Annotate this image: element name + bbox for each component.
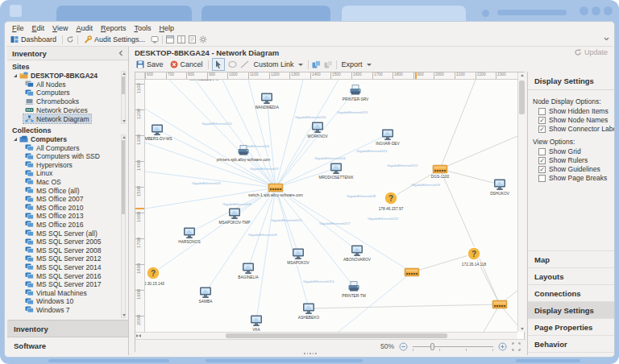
checkbox-checked-icon[interactable]: ✓: [538, 117, 546, 124]
sidebar-tab-software[interactable]: Software: [7, 337, 128, 354]
scrollbar-thumb[interactable]: [122, 140, 125, 214]
tree-item-all-computers[interactable]: All Computers: [23, 143, 81, 152]
tree-item-all-nodes[interactable]: All Nodes: [23, 80, 67, 89]
window-add-icon[interactable]: [166, 35, 174, 43]
tree-item-ms-sql-server-2012[interactable]: MS SQL Server 2012: [23, 254, 102, 263]
tree-item-windows-10[interactable]: Windows 10: [23, 297, 75, 306]
tree-item-ms-sql-server-all[interactable]: MS SQL Server (all): [23, 229, 99, 238]
scroll-up-icon[interactable]: [521, 74, 524, 77]
monitor-icon[interactable]: [151, 36, 159, 43]
tree-item-mac-os[interactable]: Mac OS: [23, 177, 63, 186]
checkbox-unchecked-icon[interactable]: [538, 175, 546, 182]
audit-settings-button[interactable]: Audit Settings...: [81, 35, 147, 44]
checkbox-show-hidden-items[interactable]: Show Hidden Items: [538, 107, 611, 115]
collapse-sidebar-icon[interactable]: [118, 50, 123, 56]
toolbar-overflow-chevron-icon[interactable]: [604, 37, 609, 41]
checkbox-show-grid[interactable]: Show Grid: [538, 147, 611, 155]
tree-item-network-diagram[interactable]: Network Diagram: [23, 114, 91, 123]
dashboard-button[interactable]: Dashboard: [8, 35, 59, 44]
line-tool-icon[interactable]: [240, 60, 249, 68]
tree-item-ms-sql-server-2005[interactable]: MS SQL Server 2005: [23, 238, 102, 246]
scroll-down-icon[interactable]: [521, 328, 524, 330]
tree-item-linux[interactable]: Linux: [23, 169, 54, 178]
tree-item-virtual-machines[interactable]: Virtual Machines: [23, 288, 89, 297]
save-button[interactable]: Save: [135, 60, 165, 69]
pointer-tool-button[interactable]: [212, 58, 225, 71]
menu-view[interactable]: View: [48, 24, 72, 32]
tree-item-desktop-8bkga24[interactable]: DESKTOP-8BKGA24: [12, 71, 118, 80]
checkbox-unchecked-icon[interactable]: [538, 148, 546, 155]
tree-item-ms-sql-server-2008[interactable]: MS SQL Server 2008: [23, 246, 102, 254]
menu-file[interactable]: File: [8, 24, 28, 32]
checkbox-show-guidelines[interactable]: ✓Show Guidelines: [538, 165, 611, 173]
tree-item-computers[interactable]: Computers: [12, 134, 69, 143]
scroll-up-icon[interactable]: [123, 72, 126, 75]
panel-section-connections[interactable]: Connections: [528, 285, 614, 302]
add-link-icon[interactable]: [312, 60, 321, 68]
cancel-button[interactable]: Cancel: [168, 60, 205, 69]
ellipse-tool-icon[interactable]: [228, 60, 237, 68]
scrollbar-thumb[interactable]: [226, 333, 447, 338]
panel-section-layouts[interactable]: Layouts: [528, 268, 614, 285]
tree-item-windows-7[interactable]: Windows 7: [23, 305, 72, 314]
checkbox-show-node-names[interactable]: ✓Show Node Names: [538, 116, 611, 124]
report-icon[interactable]: [189, 35, 196, 43]
scroll-down-icon[interactable]: [123, 120, 126, 122]
tree-item-network-devices[interactable]: Network Devices: [23, 105, 89, 114]
custom-link-button[interactable]: Custom Link: [252, 60, 305, 69]
scroll-right-icon[interactable]: [136, 334, 140, 337]
sidebar-tab-inventory[interactable]: Inventory: [7, 320, 128, 337]
zoom-out-icon[interactable]: [399, 342, 408, 351]
tree-item-ms-office-2010[interactable]: MS Office 2010: [23, 203, 85, 212]
tree-item-computers-with-ssd[interactable]: Computers with SSD: [23, 152, 102, 161]
checkbox-show-page-breaks[interactable]: Show Page Breaks: [538, 174, 611, 182]
menu-tools[interactable]: Tools: [130, 24, 155, 32]
scroll-down-icon[interactable]: [123, 314, 126, 316]
panel-section-display-settings[interactable]: Display Settings: [528, 302, 614, 319]
checkbox-unchecked-icon[interactable]: [538, 108, 546, 115]
menu-reports[interactable]: Reports: [97, 24, 131, 32]
scroll-up-icon[interactable]: [123, 136, 126, 139]
panel-section-map[interactable]: Map: [528, 251, 614, 268]
gear-icon[interactable]: [199, 35, 207, 43]
expander-icon[interactable]: [14, 138, 17, 141]
vertical-scrollbar[interactable]: [517, 72, 526, 332]
tree-item-ms-sql-server-2017[interactable]: MS SQL Server 2017: [23, 280, 102, 289]
expander-icon[interactable]: [14, 74, 17, 77]
update-button[interactable]: Update: [574, 48, 608, 56]
tree-item-ms-office-2007[interactable]: MS Office 2007: [23, 195, 85, 204]
tree-item-hypervisors[interactable]: Hypervisors: [23, 160, 74, 169]
checkbox-show-rulers[interactable]: ✓Show Rulers: [538, 156, 611, 164]
checkbox-checked-icon[interactable]: ✓: [538, 157, 546, 164]
panel-section-page-properties[interactable]: Page Properties: [528, 319, 614, 336]
tree-item-computers[interactable]: Computers: [23, 89, 72, 97]
refresh-icon[interactable]: [66, 35, 74, 43]
collections-scrollbar[interactable]: [121, 134, 126, 318]
tree-item-ms-office-2016[interactable]: MS Office 2016: [23, 220, 85, 229]
slider-handle[interactable]: [430, 343, 434, 350]
fit-to-screen-icon[interactable]: [512, 342, 521, 351]
tree-item-ms-office-all[interactable]: MS Office (all): [23, 186, 81, 195]
diagram-content[interactable]: GigabitEthernet0/11GigabitEthernet0/4Gig…: [145, 80, 517, 332]
checkbox-show-connector-labels[interactable]: ✓Show Connector Labels: [538, 125, 611, 133]
tree-item-chromebooks[interactable]: Chromebooks: [23, 97, 81, 106]
zoom-slider[interactable]: [413, 342, 493, 351]
horizontal-scrollbar[interactable]: [135, 332, 517, 339]
checkbox-checked-icon[interactable]: ✓: [538, 126, 546, 133]
menu-help[interactable]: Help: [155, 24, 178, 32]
tree-item-ms-sql-server-2014[interactable]: MS SQL Server 2014: [23, 263, 102, 271]
export-button[interactable]: Export: [340, 60, 373, 69]
sites-scrollbar[interactable]: [121, 71, 126, 124]
menu-edit[interactable]: Edit: [28, 24, 49, 32]
tree-item-ms-office-2013[interactable]: MS Office 2013: [23, 212, 85, 221]
resize-gripper[interactable]: [304, 353, 318, 354]
window-split-icon[interactable]: [177, 35, 185, 43]
menu-audit[interactable]: Audit: [72, 24, 97, 32]
remove-link-icon[interactable]: [324, 60, 333, 68]
panel-section-behavior[interactable]: Behavior: [528, 336, 614, 353]
checkbox-checked-icon[interactable]: ✓: [538, 166, 546, 173]
tree-item-ms-sql-server-2016[interactable]: MS SQL Server 2016: [23, 271, 102, 280]
diagram-canvas[interactable]: 6007008009001000110012001300140015001600…: [135, 72, 525, 352]
scrollbar-thumb[interactable]: [519, 81, 525, 114]
scrollbar-thumb[interactable]: [122, 77, 125, 94]
